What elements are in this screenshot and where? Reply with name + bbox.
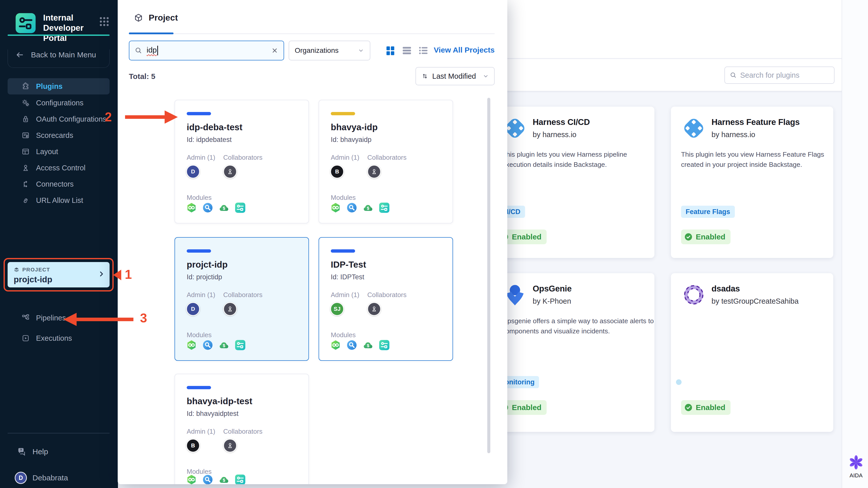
color-bar — [187, 386, 211, 389]
grid-view-toggle[interactable] — [384, 45, 396, 56]
aida-assistant-button[interactable]: AIDA — [847, 455, 865, 479]
project-card-projct-idp[interactable]: projct-idp Id: projctidp Admin (1) Colla… — [175, 237, 309, 361]
sidebar-item-oauth-configurations[interactable]: OAuth Configurations — [8, 111, 110, 127]
color-bar — [187, 112, 211, 115]
modules-label: Modules — [331, 194, 355, 202]
apps-grid-icon[interactable] — [98, 16, 110, 27]
annotation-label-1: 1 — [125, 267, 132, 282]
sort-arrows-icon — [421, 73, 429, 80]
project-name: bhavya-idp-test — [187, 396, 252, 406]
sidebar-item-access-control[interactable]: Access Control — [8, 160, 110, 176]
color-bar — [331, 112, 355, 115]
module-icons: $ — [186, 202, 246, 213]
sidebar-item-label: Layout — [36, 147, 58, 156]
cloud-cost-module-icon: $ — [362, 202, 374, 213]
view-all-projects-link[interactable]: View All Projects — [434, 46, 495, 54]
search-plugins-placeholder: Search for plugins — [740, 71, 800, 80]
status-badge: Enabled — [681, 400, 731, 415]
sidebar-item-label: URL Allow List — [36, 196, 83, 205]
check-icon — [684, 403, 693, 412]
bottom-divider — [8, 433, 110, 433]
person-icon — [21, 164, 30, 172]
collaborators-label: Collaborators — [367, 153, 407, 162]
modal-tab-project[interactable]: Project — [149, 13, 178, 23]
project-card-bhavya-idp[interactable]: bhavya-idp Id: bhavyaidp Admin (1) Colla… — [318, 100, 453, 224]
list-view-toggle[interactable] — [417, 45, 429, 56]
chaos-module-icon — [202, 339, 214, 351]
status-badge: Enabled — [681, 230, 731, 244]
collaborator-avatar — [223, 439, 237, 453]
sidebar-item-label: Plugins — [36, 82, 63, 91]
gears-icon — [21, 98, 30, 107]
project-search-input[interactable]: idp — [129, 40, 284, 60]
plugin-card-opsgenie[interactable]: OpsGenie by K-Phoen Opsgenie offers a si… — [492, 273, 654, 432]
idp-module-icon — [235, 202, 246, 213]
collaborators-label: Collaborators — [223, 153, 262, 162]
avatar: B — [186, 439, 200, 453]
search-plugins-input[interactable]: Search for plugins — [724, 66, 835, 84]
annotation-arrow-3-tail — [76, 318, 133, 321]
plugin-author: by testGroupCreateSahiba — [712, 297, 799, 306]
sidebar-item-label: Pipelines — [36, 314, 66, 322]
admin-label: Admin (1) — [187, 291, 215, 299]
collaborator-avatar — [367, 302, 381, 316]
sidebar-item-scorecards[interactable]: Scorecards — [8, 127, 110, 143]
sidebar-item-plugins[interactable]: Plugins — [8, 78, 110, 94]
modal-scrollbar[interactable] — [487, 98, 490, 453]
person-icon — [226, 442, 234, 450]
app-root: Search for plugins Harness CI/CD by harn… — [0, 0, 868, 488]
ci-module-icon — [186, 339, 197, 351]
sidebar-item-url-allow-list[interactable]: URL Allow List — [8, 192, 110, 208]
sidebar-item-connectors[interactable]: Connectors — [8, 176, 110, 192]
ci-module-icon — [186, 202, 197, 213]
tab-divider — [129, 33, 495, 34]
plugin-description: Opsgenie offers a simple way to associat… — [502, 316, 654, 336]
modules-label: Modules — [331, 331, 355, 339]
admin-label: Admin (1) — [187, 428, 215, 435]
project-card-idp-deba-test[interactable]: idp-deba-test Id: idpdebatest Admin (1) … — [175, 100, 309, 224]
project-card-bhavya-idp-test[interactable]: bhavya-idp-test Id: bhavyaidptest Admin … — [175, 374, 309, 484]
app-title: Internal Developer Portal — [43, 13, 100, 43]
sidebar-item-executions[interactable]: Executions — [8, 330, 110, 346]
color-bar — [187, 249, 211, 253]
plugin-card-harness-cicd[interactable]: Harness CI/CD by harness.io This plugin … — [492, 107, 654, 258]
module-icons: $ — [330, 339, 390, 351]
admin-label: Admin (1) — [331, 291, 360, 299]
clear-search-icon[interactable] — [271, 47, 279, 54]
sort-dropdown[interactable]: Last Modified — [415, 67, 495, 85]
tag-dot — [676, 379, 682, 385]
annotation-arrow-2-tail — [125, 115, 165, 119]
plugin-card-dsadas[interactable]: dsadas by testGroupCreateSahiba Enabled — [671, 273, 833, 432]
project-name: bhavya-idp — [331, 122, 378, 132]
project-id: Id: bhavyaidptest — [187, 410, 239, 418]
plugin-author: by harness.io — [712, 131, 755, 139]
package-icon — [134, 13, 143, 22]
plugin-title: Harness CI/CD — [533, 117, 590, 127]
row-view-toggle[interactable] — [401, 45, 413, 56]
plugin-description: This plugin lets you view Harness pipeli… — [502, 149, 654, 170]
text-caret — [157, 46, 158, 55]
dsadas-logo-icon — [681, 282, 706, 308]
project-card-idp-test[interactable]: IDP-Test Id: IDPTest Admin (1) Collabora… — [318, 237, 453, 361]
sidebar: Internal Developer Portal Back to Main M… — [0, 0, 118, 488]
organizations-dropdown[interactable]: Organizations — [289, 40, 370, 60]
module-icons: $ — [330, 202, 390, 213]
modules-label: Modules — [187, 331, 212, 339]
idp-module-icon — [235, 474, 246, 484]
user-menu[interactable]: D Debabrata — [15, 472, 68, 484]
sidebar-item-layout[interactable]: Layout — [8, 143, 110, 160]
help-label: Help — [32, 448, 48, 456]
help-button[interactable]: ? Help — [17, 447, 48, 457]
chevron-down-icon — [358, 47, 364, 54]
aida-label: AIDA — [847, 472, 865, 479]
plugin-card-feature-flags[interactable]: Harness Feature Flags by harness.io This… — [671, 107, 833, 258]
harness-logo-icon — [681, 116, 706, 141]
annotation-arrowhead-3 — [63, 313, 76, 326]
sidebar-item-configurations[interactable]: Configurations — [8, 95, 110, 111]
cloud-cost-module-icon: $ — [362, 339, 374, 351]
module-icons: $ — [186, 474, 246, 484]
svg-text:$: $ — [367, 343, 369, 348]
cloud-cost-module-icon: $ — [218, 474, 230, 484]
brand-divider — [8, 34, 110, 36]
plugin-tag-chip: Feature Flags — [681, 206, 735, 218]
